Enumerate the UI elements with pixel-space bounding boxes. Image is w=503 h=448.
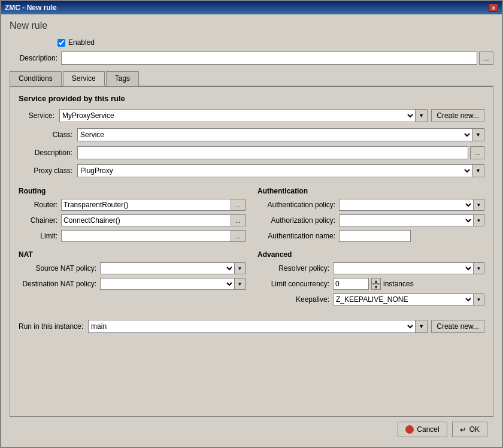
source-nat-row: Source NAT policy: ▼: [19, 262, 246, 274]
keepalive-label: Keepalive:: [257, 295, 329, 304]
advanced-title: Advanced: [257, 250, 484, 259]
dest-nat-select[interactable]: [100, 278, 235, 290]
description-label: Description:: [10, 54, 57, 62]
class-select-arrow: ▼: [472, 128, 484, 141]
proxy-class-select[interactable]: PlugProxy: [77, 164, 472, 177]
cancel-label: Cancel: [417, 425, 439, 434]
description-input[interactable]: [61, 52, 477, 65]
enabled-checkbox[interactable]: [57, 39, 65, 47]
auth-policy-select[interactable]: [339, 199, 474, 211]
service-select-arrow: ▼: [416, 109, 428, 122]
ok-button[interactable]: ↵ OK: [452, 422, 487, 437]
title-bar: ZMC - New rule ✕: [1, 1, 502, 14]
source-nat-select-wrap: ▼: [100, 262, 246, 274]
run-instance-select[interactable]: main: [88, 320, 416, 333]
router-input[interactable]: TransparentRouter(): [61, 199, 231, 211]
dest-nat-row: Destination NAT policy: ▼: [19, 278, 246, 290]
class-select-wrap: Service ▼: [77, 128, 484, 141]
tab-conditions[interactable]: Conditions: [10, 71, 62, 86]
auth-title: Authentication: [257, 187, 484, 195]
proxy-class-select-wrap: PlugProxy ▼: [77, 164, 484, 177]
service-description-browse-button[interactable]: ...: [470, 146, 484, 159]
cancel-icon: [405, 425, 414, 434]
service-row: Service: MyProxyService ▼ Create new...: [19, 109, 484, 122]
spinner-down-button[interactable]: ▼: [371, 284, 381, 290]
service-description-input[interactable]: [77, 146, 468, 159]
router-row: Router: TransparentRouter() ...: [19, 199, 246, 211]
spinner-up-button[interactable]: ▲: [371, 278, 381, 284]
limit-concurrency-wrap: 0 ▲ ▼ instances: [333, 278, 414, 290]
source-nat-label: Source NAT policy:: [19, 264, 96, 273]
limit-concurrency-label: Limit concurrency:: [257, 280, 329, 288]
instances-label: instances: [383, 280, 414, 288]
page-title: New rule: [10, 20, 493, 31]
resolver-arrow: ▼: [474, 262, 484, 274]
class-label: Class:: [19, 131, 72, 139]
proxy-class-arrow: ▼: [472, 164, 484, 177]
service-create-new-button[interactable]: Create new...: [431, 109, 484, 122]
auth-policy-label: Authentication policy:: [257, 201, 335, 209]
run-instance-create-new-button[interactable]: Create new...: [431, 320, 484, 333]
keepalive-row: Keepalive: Z_KEEPALIVE_NONE ▼: [257, 293, 484, 305]
limit-concurrency-row: Limit concurrency: 0 ▲ ▼ instances: [257, 278, 484, 290]
auth-name-input[interactable]: [339, 230, 411, 242]
routing-col: Routing Router: TransparentRouter() ... …: [19, 187, 246, 309]
run-instance-label: Run in this instance:: [19, 322, 83, 331]
nat-title: NAT: [19, 250, 246, 259]
service-select[interactable]: MyProxyService: [59, 109, 416, 122]
source-nat-select[interactable]: [100, 262, 235, 274]
routing-title: Routing: [19, 187, 246, 195]
resolver-row: Resolver policy: ▼: [257, 262, 484, 274]
class-select[interactable]: Service: [77, 128, 472, 141]
description-row: Description: ...: [10, 52, 493, 65]
chainer-input[interactable]: ConnectChainer(): [61, 214, 231, 226]
keepalive-select-wrap: Z_KEEPALIVE_NONE ▼: [333, 293, 484, 305]
tab-tags[interactable]: Tags: [106, 71, 139, 86]
class-row: Class: Service ▼: [19, 128, 484, 141]
router-label: Router:: [19, 201, 57, 209]
chainer-browse-button[interactable]: ...: [231, 214, 246, 226]
enabled-label: Enabled: [68, 38, 95, 47]
service-label: Service:: [19, 111, 54, 120]
authz-policy-select[interactable]: [339, 214, 474, 226]
limit-browse-button[interactable]: ...: [231, 230, 246, 242]
run-instance-select-wrap: main ▼: [88, 320, 428, 333]
router-input-wrap: TransparentRouter() ...: [61, 199, 246, 211]
authz-policy-arrow: ▼: [474, 214, 484, 226]
limit-label: Limit:: [19, 232, 57, 240]
service-section-title: Service provided by this rule: [19, 94, 484, 103]
auth-name-label: Authentication name:: [257, 232, 335, 240]
resolver-select[interactable]: [333, 262, 474, 274]
run-instance-row: Run in this instance: main ▼ Create new.…: [19, 315, 484, 333]
service-dropdown-wrap: MyProxyService ▼: [59, 109, 428, 122]
authz-policy-select-wrap: ▼: [339, 214, 484, 226]
resolver-select-wrap: ▼: [333, 262, 484, 274]
limit-input[interactable]: [61, 230, 231, 242]
dest-nat-select-wrap: ▼: [100, 278, 246, 290]
resolver-label: Resolver policy:: [257, 264, 329, 273]
auth-policy-arrow: ▼: [474, 199, 484, 211]
authz-policy-label: Authorization policy:: [257, 216, 335, 225]
description-browse-button[interactable]: ...: [479, 52, 493, 65]
auth-policy-select-wrap: ▼: [339, 199, 484, 211]
ok-label: OK: [469, 425, 480, 434]
tab-bar: Conditions Service Tags: [10, 71, 493, 87]
authz-policy-row: Authorization policy: ▼: [257, 214, 484, 226]
footer: Cancel ↵ OK: [10, 417, 493, 441]
source-nat-arrow: ▼: [235, 262, 246, 274]
limit-concurrency-input[interactable]: 0: [333, 278, 369, 290]
window-body: New rule Enabled Description: ... Condit…: [1, 14, 502, 447]
auth-advanced-col: Authentication Authentication policy: ▼ …: [257, 187, 484, 309]
keepalive-arrow: ▼: [474, 293, 484, 305]
close-button[interactable]: ✕: [489, 4, 498, 12]
auth-name-row: Authentication name:: [257, 230, 484, 242]
dest-nat-arrow: ▼: [235, 278, 246, 290]
keepalive-select[interactable]: Z_KEEPALIVE_NONE: [333, 293, 474, 305]
service-description-row: Description: ...: [19, 146, 484, 159]
cancel-button[interactable]: Cancel: [398, 422, 447, 437]
router-browse-button[interactable]: ...: [231, 199, 246, 211]
tab-content-service: Service provided by this rule Service: M…: [10, 87, 493, 417]
spinner: ▲ ▼: [371, 278, 381, 290]
tab-service[interactable]: Service: [63, 71, 105, 86]
routing-auth-section: Routing Router: TransparentRouter() ... …: [19, 187, 484, 309]
